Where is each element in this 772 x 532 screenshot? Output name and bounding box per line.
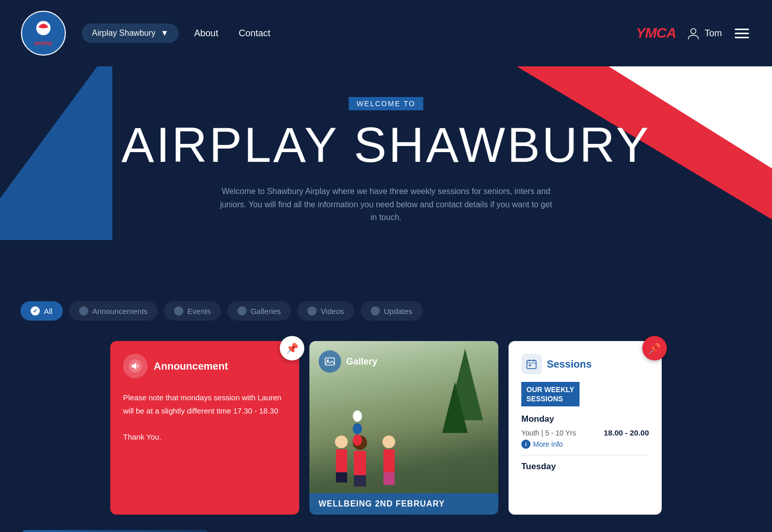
ymca-logo: YMCA xyxy=(636,25,676,41)
head-3 xyxy=(382,436,395,448)
sessions-monday-type: Youth | 5 - 10 Yrs xyxy=(521,429,576,437)
logo-area: airplay xyxy=(20,10,66,56)
welcome-label: WELCOME TO xyxy=(349,97,423,110)
figure-1 xyxy=(335,436,348,487)
dot-icon xyxy=(237,306,247,316)
body-2 xyxy=(354,451,366,475)
svg-text:airplay: airplay xyxy=(34,40,53,46)
gallery-footer: WELLBEING 2ND FEBRUARY xyxy=(309,493,498,515)
body-1 xyxy=(336,449,347,472)
calendar-icon xyxy=(526,358,537,370)
sessions-header: Sessions xyxy=(521,354,649,374)
more-info-link[interactable]: i More info xyxy=(521,440,649,449)
tab-announcements[interactable]: Announcements xyxy=(69,301,158,321)
user-name: Tom xyxy=(705,28,722,39)
main-nav: About Contact xyxy=(194,28,636,39)
megaphone-icon xyxy=(128,359,142,373)
gallery-overlay-header: Gallery xyxy=(319,350,377,373)
user-icon xyxy=(686,26,701,40)
tab-videos-label: Videos xyxy=(321,307,344,316)
sessions-day-tuesday: Tuesday xyxy=(521,462,649,472)
tab-updates[interactable]: Updates xyxy=(360,301,423,321)
hamburger-line-2 xyxy=(735,33,749,34)
dot-icon xyxy=(307,306,317,316)
gallery-icon-circle xyxy=(319,350,341,373)
site-dropdown[interactable]: Airplay Shawbury ▼ xyxy=(82,23,179,43)
gallery-footer-text: WELLBEING 2ND FEBRUARY xyxy=(319,499,445,508)
announcement-text-2: Thank You. xyxy=(123,430,286,444)
gallery-label: Gallery xyxy=(346,356,377,367)
legs-1 xyxy=(336,472,347,482)
dropdown-label: Airplay Shawbury xyxy=(92,29,156,38)
tab-all[interactable]: ✓ All xyxy=(20,301,63,321)
dot-icon xyxy=(79,306,88,316)
bottom-row xyxy=(0,530,772,532)
announcement-card: 📌 Announcement Please note that mondays … xyxy=(110,341,299,515)
chevron-down-icon: ▼ xyxy=(161,29,169,38)
header: airplay Airplay Shawbury ▼ About Contact… xyxy=(0,0,772,66)
check-icon: ✓ xyxy=(31,306,40,316)
svg-rect-5 xyxy=(325,358,334,365)
sessions-card: 📌 Sessions OUR WEEKLYSESSIONS Monday You… xyxy=(509,341,662,515)
tab-announcements-label: Announcements xyxy=(92,307,148,316)
balloon-red xyxy=(353,434,362,446)
sessions-icon-circle xyxy=(521,354,542,374)
nav-contact[interactable]: Contact xyxy=(238,28,270,39)
announcement-icon-circle xyxy=(123,354,148,378)
more-info-label: More info xyxy=(533,440,563,448)
hamburger-line-1 xyxy=(735,29,749,30)
head-1 xyxy=(335,436,348,448)
hamburger-line-3 xyxy=(735,37,749,38)
bottom-card-bg xyxy=(20,530,209,532)
hero-title: AIRPLAY SHAWBURY xyxy=(10,120,762,170)
balloon-blue xyxy=(353,423,362,434)
pin-button-sessions[interactable]: 📌 xyxy=(642,336,667,360)
figure-3 xyxy=(382,436,395,487)
balloons xyxy=(353,410,362,446)
tab-all-label: All xyxy=(44,307,53,316)
svg-rect-7 xyxy=(527,360,536,369)
gallery-card: 📌 xyxy=(309,341,498,515)
header-right: YMCA Tom xyxy=(636,25,752,41)
user-area[interactable]: Tom xyxy=(686,26,722,40)
sessions-monday-row: Youth | 5 - 10 Yrs 18.00 - 20.00 xyxy=(521,428,649,437)
pin-button-announcement[interactable]: 📌 xyxy=(280,336,304,360)
sessions-title-label: Sessions xyxy=(547,358,592,370)
tab-events-label: Events xyxy=(187,307,211,316)
hamburger-menu[interactable] xyxy=(732,26,752,41)
pin-icon: 📌 xyxy=(648,342,661,354)
hero-content: WELCOME TO AIRPLAY SHAWBURY Welcome to S… xyxy=(10,97,762,224)
tab-events[interactable]: Events xyxy=(164,301,221,321)
tab-galleries-label: Galleries xyxy=(251,307,281,316)
tab-updates-label: Updates xyxy=(384,307,413,316)
body-3 xyxy=(383,449,395,472)
announcement-text-1: Please note that mondays session with La… xyxy=(123,391,286,417)
filter-tabs: ✓ All Announcements Events Galleries Vid… xyxy=(0,286,772,336)
balloon-white xyxy=(353,410,362,422)
announcement-label: Announcement xyxy=(154,360,228,372)
svg-point-3 xyxy=(691,29,696,34)
info-icon: i xyxy=(521,440,530,449)
svg-rect-11 xyxy=(529,365,531,366)
card-header: Announcement xyxy=(123,354,286,378)
figures xyxy=(335,436,395,487)
tab-galleries[interactable]: Galleries xyxy=(227,301,291,321)
sessions-day-monday: Monday xyxy=(521,414,649,424)
airplay-logo: airplay xyxy=(20,10,66,56)
hero-description: Welcome to Shawbury Airplay where we hav… xyxy=(218,185,554,224)
hero-section: WELCOME TO AIRPLAY SHAWBURY Welcome to S… xyxy=(0,66,772,286)
tab-videos[interactable]: Videos xyxy=(297,301,354,321)
dot-icon xyxy=(371,306,380,316)
legs-2 xyxy=(354,475,366,487)
cards-section: 📌 Announcement Please note that mondays … xyxy=(0,336,772,530)
nav-about[interactable]: About xyxy=(194,28,218,39)
announcement-body: Please note that mondays session with La… xyxy=(123,391,286,443)
sessions-divider xyxy=(521,455,649,455)
weekly-sessions-label: OUR WEEKLYSESSIONS xyxy=(521,382,580,406)
bottom-card-preview xyxy=(20,530,209,532)
skirt-3 xyxy=(383,472,395,485)
pin-icon: 📌 xyxy=(286,342,299,354)
gallery-image-bg: Gallery WELLBEING 2ND FEBRUARY xyxy=(309,341,498,515)
gallery-icon xyxy=(324,356,335,367)
dot-icon xyxy=(174,306,183,316)
